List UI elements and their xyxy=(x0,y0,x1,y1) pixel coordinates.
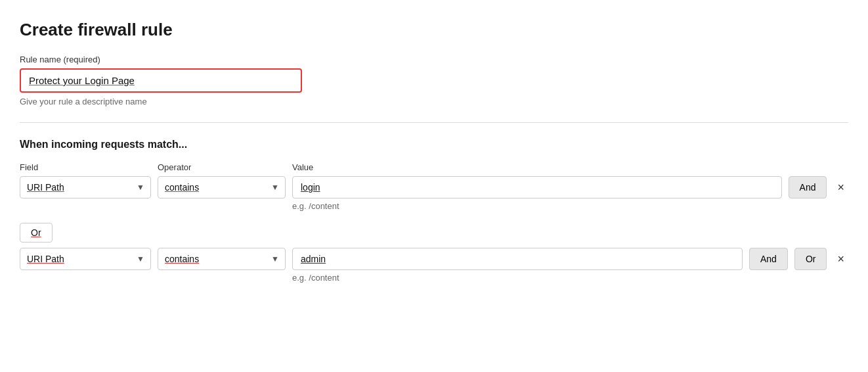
conditions-section-title: When incoming requests match... xyxy=(20,139,848,151)
or-connector: Or xyxy=(20,223,848,243)
operator-select-wrapper-1: contains equals starts with ends with ma… xyxy=(158,176,286,198)
rule-name-input[interactable] xyxy=(20,68,302,93)
condition-hint-2: e.g. /content xyxy=(20,273,848,283)
and-button-2[interactable]: And xyxy=(749,248,788,270)
field-select-1[interactable]: URI Path IP Address Country User Agent H… xyxy=(20,176,151,198)
col-label-operator: Operator xyxy=(158,162,286,172)
operator-select-1[interactable]: contains equals starts with ends with ma… xyxy=(158,176,286,198)
field-select-2[interactable]: URI Path IP Address Country User Agent H… xyxy=(20,248,151,270)
or-button-2[interactable]: Or xyxy=(794,248,827,270)
page-title: Create firewall rule xyxy=(20,20,848,40)
condition-row-2: URI Path IP Address Country User Agent H… xyxy=(20,248,848,270)
operator-col-1: contains equals starts with ends with ma… xyxy=(158,176,286,198)
rule-name-hint: Give your rule a descriptive name xyxy=(20,97,848,106)
condition-hint-1: e.g. /content xyxy=(20,201,848,211)
value-col-2 xyxy=(292,248,743,270)
col-label-value: Value xyxy=(292,162,848,172)
field-col-1: URI Path IP Address Country User Agent H… xyxy=(20,176,151,198)
col-label-field: Field xyxy=(20,162,151,172)
field-select-wrapper-1: URI Path IP Address Country User Agent H… xyxy=(20,176,151,198)
remove-button-2[interactable]: × xyxy=(833,250,848,267)
field-col-2: URI Path IP Address Country User Agent H… xyxy=(20,248,151,270)
operator-select-wrapper-2: contains equals starts with ends with ma… xyxy=(158,248,286,270)
and-button-1[interactable]: And xyxy=(789,176,827,198)
rule-name-label: Rule name (required) xyxy=(20,55,848,64)
condition-row: URI Path IP Address Country User Agent H… xyxy=(20,176,848,198)
column-labels: Field Operator Value xyxy=(20,162,848,172)
section-divider xyxy=(20,122,848,123)
value-input-2[interactable] xyxy=(292,248,743,270)
value-input-1[interactable] xyxy=(292,176,782,198)
rule-name-section: Rule name (required) Give your rule a de… xyxy=(20,55,848,106)
or-connector-button[interactable]: Or xyxy=(20,223,53,243)
operator-col-2: contains equals starts with ends with ma… xyxy=(158,248,286,270)
field-select-wrapper-2: URI Path IP Address Country User Agent H… xyxy=(20,248,151,270)
conditions-area: URI Path IP Address Country User Agent H… xyxy=(20,176,848,289)
remove-button-1[interactable]: × xyxy=(833,179,848,196)
operator-select-2[interactable]: contains equals starts with ends with ma… xyxy=(158,248,286,270)
value-col-1 xyxy=(292,176,782,198)
